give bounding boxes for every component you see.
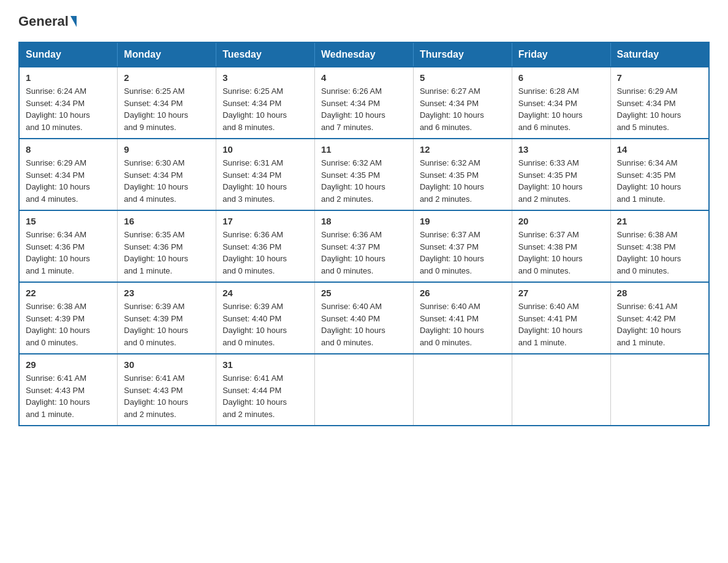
day-info: Sunrise: 6:40 AM Sunset: 4:40 PM Dayligh… <box>321 301 407 348</box>
day-info: Sunrise: 6:39 AM Sunset: 4:39 PM Dayligh… <box>124 301 210 348</box>
header-row: SundayMondayTuesdayWednesdayThursdayFrid… <box>19 42 709 67</box>
day-info: Sunrise: 6:36 AM Sunset: 4:37 PM Dayligh… <box>321 229 407 277</box>
week-row-4: 22 Sunrise: 6:38 AM Sunset: 4:39 PM Dayl… <box>19 282 709 354</box>
day-number: 24 <box>222 288 308 298</box>
day-cell: 16 Sunrise: 6:35 AM Sunset: 4:36 PM Dayl… <box>118 210 216 282</box>
day-number: 27 <box>518 288 604 298</box>
day-number: 1 <box>26 72 111 83</box>
day-cell: 11 Sunrise: 6:32 AM Sunset: 4:35 PM Dayl… <box>315 139 414 210</box>
header-cell-tuesday: Tuesday <box>216 42 315 67</box>
day-number: 6 <box>518 72 604 83</box>
day-cell: 28 Sunrise: 6:41 AM Sunset: 4:42 PM Dayl… <box>610 282 709 354</box>
header-cell-saturday: Saturday <box>610 42 709 67</box>
calendar-header: SundayMondayTuesdayWednesdayThursdayFrid… <box>19 42 709 67</box>
header-cell-friday: Friday <box>512 42 610 67</box>
day-number: 17 <box>222 216 308 226</box>
logo: General <box>18 18 78 29</box>
day-number: 8 <box>26 144 111 155</box>
day-info: Sunrise: 6:35 AM Sunset: 4:36 PM Dayligh… <box>124 229 210 277</box>
day-number: 13 <box>518 144 604 155</box>
day-number: 22 <box>26 288 111 298</box>
day-info: Sunrise: 6:25 AM Sunset: 4:34 PM Dayligh… <box>124 85 210 133</box>
week-row-3: 15 Sunrise: 6:34 AM Sunset: 4:36 PM Dayl… <box>19 210 709 282</box>
calendar-table: SundayMondayTuesdayWednesdayThursdayFrid… <box>18 42 710 426</box>
day-cell: 12 Sunrise: 6:32 AM Sunset: 4:35 PM Dayl… <box>413 139 512 210</box>
day-cell: 25 Sunrise: 6:40 AM Sunset: 4:40 PM Dayl… <box>315 282 414 354</box>
day-cell: 19 Sunrise: 6:37 AM Sunset: 4:37 PM Dayl… <box>413 210 512 282</box>
day-info: Sunrise: 6:30 AM Sunset: 4:34 PM Dayligh… <box>124 157 210 205</box>
week-row-2: 8 Sunrise: 6:29 AM Sunset: 4:34 PM Dayli… <box>19 139 709 210</box>
day-number: 10 <box>222 144 308 155</box>
day-number: 29 <box>26 359 111 370</box>
day-number: 30 <box>124 359 210 370</box>
day-number: 11 <box>321 144 407 155</box>
day-cell: 17 Sunrise: 6:36 AM Sunset: 4:36 PM Dayl… <box>216 210 315 282</box>
day-info: Sunrise: 6:29 AM Sunset: 4:34 PM Dayligh… <box>26 157 111 205</box>
logo-general-text2: General <box>18 13 69 29</box>
day-number: 21 <box>617 216 702 226</box>
day-cell: 5 Sunrise: 6:27 AM Sunset: 4:34 PM Dayli… <box>413 67 512 139</box>
header-cell-monday: Monday <box>118 42 216 67</box>
day-info: Sunrise: 6:37 AM Sunset: 4:37 PM Dayligh… <box>420 229 506 277</box>
day-number: 16 <box>124 216 210 226</box>
day-number: 5 <box>420 72 506 83</box>
day-number: 12 <box>420 144 506 155</box>
day-number: 2 <box>124 72 210 83</box>
day-info: Sunrise: 6:41 AM Sunset: 4:42 PM Dayligh… <box>617 301 702 348</box>
day-cell: 23 Sunrise: 6:39 AM Sunset: 4:39 PM Dayl… <box>118 282 216 354</box>
day-cell: 29 Sunrise: 6:41 AM Sunset: 4:43 PM Dayl… <box>19 354 118 426</box>
day-cell: 18 Sunrise: 6:36 AM Sunset: 4:37 PM Dayl… <box>315 210 414 282</box>
day-number: 3 <box>222 72 308 83</box>
day-number: 26 <box>420 288 506 298</box>
day-cell: 26 Sunrise: 6:40 AM Sunset: 4:41 PM Dayl… <box>413 282 512 354</box>
day-info: Sunrise: 6:28 AM Sunset: 4:34 PM Dayligh… <box>518 85 604 133</box>
day-info: Sunrise: 6:38 AM Sunset: 4:38 PM Dayligh… <box>617 229 702 277</box>
day-info: Sunrise: 6:37 AM Sunset: 4:38 PM Dayligh… <box>518 229 604 277</box>
day-number: 28 <box>617 288 702 298</box>
day-number: 20 <box>518 216 604 226</box>
day-cell: 4 Sunrise: 6:26 AM Sunset: 4:34 PM Dayli… <box>315 67 414 139</box>
header-cell-thursday: Thursday <box>413 42 512 67</box>
day-info: Sunrise: 6:40 AM Sunset: 4:41 PM Dayligh… <box>420 301 506 348</box>
day-info: Sunrise: 6:41 AM Sunset: 4:44 PM Dayligh… <box>222 372 308 420</box>
header-cell-sunday: Sunday <box>19 42 118 67</box>
day-cell <box>413 354 512 426</box>
day-info: Sunrise: 6:33 AM Sunset: 4:35 PM Dayligh… <box>518 157 604 205</box>
day-cell: 31 Sunrise: 6:41 AM Sunset: 4:44 PM Dayl… <box>216 354 315 426</box>
logo-arrow-icon2 <box>70 16 77 27</box>
day-info: Sunrise: 6:39 AM Sunset: 4:40 PM Dayligh… <box>222 301 308 348</box>
day-info: Sunrise: 6:26 AM Sunset: 4:34 PM Dayligh… <box>321 85 407 133</box>
day-cell: 21 Sunrise: 6:38 AM Sunset: 4:38 PM Dayl… <box>610 210 709 282</box>
day-cell: 20 Sunrise: 6:37 AM Sunset: 4:38 PM Dayl… <box>512 210 610 282</box>
day-info: Sunrise: 6:40 AM Sunset: 4:41 PM Dayligh… <box>518 301 604 348</box>
week-row-1: 1 Sunrise: 6:24 AM Sunset: 4:34 PM Dayli… <box>19 67 709 139</box>
day-info: Sunrise: 6:34 AM Sunset: 4:36 PM Dayligh… <box>26 229 111 277</box>
day-info: Sunrise: 6:29 AM Sunset: 4:34 PM Dayligh… <box>617 85 702 133</box>
day-cell: 8 Sunrise: 6:29 AM Sunset: 4:34 PM Dayli… <box>19 139 118 210</box>
calendar-body: 1 Sunrise: 6:24 AM Sunset: 4:34 PM Dayli… <box>19 67 709 426</box>
header-cell-wednesday: Wednesday <box>315 42 414 67</box>
day-cell: 9 Sunrise: 6:30 AM Sunset: 4:34 PM Dayli… <box>118 139 216 210</box>
day-cell: 7 Sunrise: 6:29 AM Sunset: 4:34 PM Dayli… <box>610 67 709 139</box>
day-cell <box>315 354 414 426</box>
day-number: 15 <box>26 216 111 226</box>
day-number: 4 <box>321 72 407 83</box>
day-cell: 22 Sunrise: 6:38 AM Sunset: 4:39 PM Dayl… <box>19 282 118 354</box>
day-cell: 3 Sunrise: 6:25 AM Sunset: 4:34 PM Dayli… <box>216 67 315 139</box>
day-cell: 24 Sunrise: 6:39 AM Sunset: 4:40 PM Dayl… <box>216 282 315 354</box>
day-info: Sunrise: 6:38 AM Sunset: 4:39 PM Dayligh… <box>26 301 111 348</box>
day-info: Sunrise: 6:34 AM Sunset: 4:35 PM Dayligh… <box>617 157 702 205</box>
day-number: 31 <box>222 359 308 370</box>
day-cell <box>610 354 709 426</box>
day-info: Sunrise: 6:24 AM Sunset: 4:34 PM Dayligh… <box>26 85 111 133</box>
day-info: Sunrise: 6:41 AM Sunset: 4:43 PM Dayligh… <box>124 372 210 420</box>
day-info: Sunrise: 6:41 AM Sunset: 4:43 PM Dayligh… <box>26 372 111 420</box>
day-info: Sunrise: 6:31 AM Sunset: 4:34 PM Dayligh… <box>222 157 308 205</box>
day-info: Sunrise: 6:25 AM Sunset: 4:34 PM Dayligh… <box>222 85 308 133</box>
day-number: 18 <box>321 216 407 226</box>
week-row-5: 29 Sunrise: 6:41 AM Sunset: 4:43 PM Dayl… <box>19 354 709 426</box>
day-info: Sunrise: 6:27 AM Sunset: 4:34 PM Dayligh… <box>420 85 506 133</box>
day-cell: 2 Sunrise: 6:25 AM Sunset: 4:34 PM Dayli… <box>118 67 216 139</box>
day-info: Sunrise: 6:36 AM Sunset: 4:36 PM Dayligh… <box>222 229 308 277</box>
day-number: 23 <box>124 288 210 298</box>
